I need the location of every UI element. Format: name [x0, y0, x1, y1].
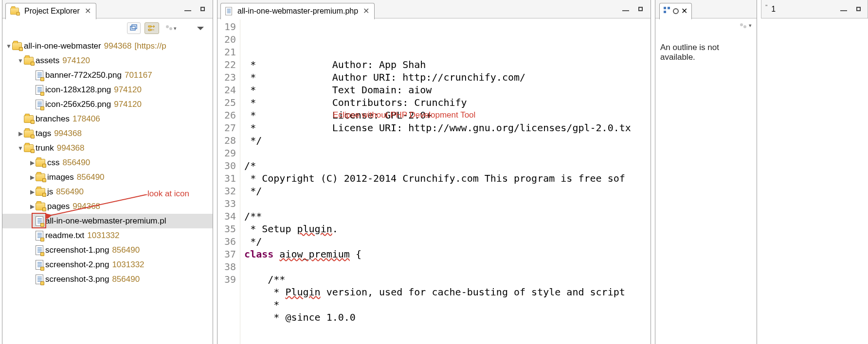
maximize-icon[interactable] [635, 5, 646, 14]
tool-icon[interactable] [739, 22, 748, 32]
annotation-text: Eclipse without PHP Development Tool [333, 109, 475, 121]
expand-icon[interactable] [5, 39, 12, 53]
expand-icon[interactable] [29, 170, 36, 185]
folder-icon [24, 130, 34, 138]
file-icon [36, 260, 43, 270]
tree-rev: 1031332 [112, 258, 144, 272]
tree-label: tags [36, 126, 51, 141]
file-icon [36, 275, 43, 284]
tree-rev: 856490 [56, 185, 84, 199]
quote-icon: ” [765, 3, 767, 11]
expand-icon[interactable] [29, 155, 36, 170]
tree-row-tags[interactable]: tags994368 [2, 126, 213, 141]
editor-tabbar: all-in-one-webmaster-premium.php ✕ [217, 0, 651, 18]
tree-row-project[interactable]: all-in-one-webmaster 994368 [https://p [2, 39, 213, 53]
folder-icon [24, 144, 34, 152]
outline-message: An outline is not available. [655, 36, 757, 69]
tree-row-file[interactable]: screenshot-1.png856490 [2, 243, 213, 258]
view-menu-icon[interactable] [195, 24, 206, 33]
tree-row-file[interactable]: banner-772x250.png701167 [2, 68, 213, 83]
file-icon [225, 7, 232, 15]
folder-icon [10, 7, 19, 14]
close-icon[interactable]: ✕ [681, 6, 687, 16]
svg-rect-7 [664, 11, 666, 13]
close-icon[interactable]: ✕ [363, 6, 369, 16]
minimize-icon[interactable] [182, 5, 193, 14]
tab-label: Project Explorer [24, 7, 80, 16]
tree-row-file[interactable]: icon-128x128.png974120 [2, 83, 213, 97]
tree-rev: 974120 [114, 97, 142, 112]
tree-row-file[interactable]: readme.txt1031332 [2, 228, 213, 243]
tree-label: screenshot-2.png [45, 258, 109, 272]
project-explorer-panel: Project Explorer ✕ ▾ all-in-one-webmaste… [2, 0, 213, 344]
tree-rev: 994368 [54, 126, 82, 141]
tree-label: branches [36, 112, 70, 126]
collapse-all-button[interactable] [127, 22, 141, 34]
tree-rev: 856490 [63, 155, 90, 170]
svg-point-8 [740, 23, 743, 26]
folder-icon [24, 115, 34, 123]
tab-label: all-in-one-webmaster-premium.php [237, 7, 358, 16]
file-icon [36, 70, 43, 80]
tree-rev: 856490 [77, 170, 105, 185]
project-explorer-tab[interactable]: Project Explorer ✕ [5, 3, 96, 19]
code-area[interactable]: Eclipse without PHP Development Tool * A… [240, 18, 651, 344]
tree-rev: 994368 [72, 199, 100, 214]
right-strip: ” 1 [761, 0, 868, 344]
maximize-icon[interactable] [197, 5, 208, 14]
editor-tab[interactable]: all-in-one-webmaster-premium.php ✕ [220, 3, 375, 19]
file-icon [36, 100, 43, 109]
link-editor-button[interactable] [145, 22, 159, 34]
tree-row-file-selected[interactable]: all-in-one-webmaster-premium.pl [2, 214, 213, 228]
editor-body[interactable]: 1920212223242526272829303132333435363738… [217, 18, 651, 344]
svg-rect-0 [130, 26, 135, 30]
tree-rev: 974120 [114, 83, 142, 97]
explorer-tabbar: Project Explorer ✕ [2, 0, 213, 18]
tree-row-branches[interactable]: branches178406 [2, 112, 213, 126]
close-icon[interactable]: ✕ [85, 6, 91, 16]
svg-point-9 [743, 25, 746, 28]
outline-toolbar: ▾ [655, 18, 757, 36]
expand-icon[interactable] [17, 53, 24, 68]
minimize-icon[interactable] [620, 5, 631, 14]
tree-row-file[interactable]: screenshot-3.png856490 [2, 272, 213, 287]
svg-rect-6 [668, 7, 670, 9]
explorer-toolbar: ▾ [2, 18, 213, 38]
tree-row-assets[interactable]: assets 974120 [2, 53, 213, 68]
maximize-icon[interactable] [853, 5, 864, 14]
tree-label: pages [47, 199, 70, 214]
tree-label: screenshot-3.png [45, 272, 109, 287]
tree-row-trunk[interactable]: trunk994368 [2, 141, 213, 155]
folder-icon [36, 159, 45, 167]
file-icon [36, 216, 43, 226]
tree-row-folder[interactable]: images856490 [2, 170, 213, 185]
expand-icon[interactable] [29, 185, 36, 199]
svg-point-3 [169, 27, 172, 30]
tree-label: banner-772x250.png [45, 68, 122, 83]
tree-row-folder[interactable]: js856490 [2, 185, 213, 199]
tree-label: trunk [36, 141, 54, 155]
tree-row-file[interactable]: screenshot-2.png1031332 [2, 258, 213, 272]
outline-tabbar: ✕ [655, 0, 757, 18]
minimize-icon[interactable] [838, 5, 849, 14]
tree-rev: 856490 [112, 272, 140, 287]
outline-tab[interactable]: ✕ [659, 3, 692, 19]
right-strip-label[interactable]: 1 [771, 5, 776, 14]
tool-icon[interactable]: ▾ [163, 23, 179, 34]
tree-row-file[interactable]: icon-256x256.png974120 [2, 97, 213, 112]
file-icon [36, 231, 43, 241]
line-number-gutter: 1920212223242526272829303132333435363738… [217, 18, 240, 344]
expand-icon[interactable] [17, 126, 24, 141]
tree-row-folder[interactable]: pages994368 [2, 199, 213, 214]
file-icon [36, 85, 43, 95]
folder-icon [36, 188, 45, 196]
tree-row-folder[interactable]: css856490 [2, 155, 213, 170]
file-icon [36, 245, 43, 255]
tree-label: images [47, 170, 74, 185]
chevron-down-icon[interactable]: ▾ [749, 22, 752, 32]
right-strip-tabbar: ” 1 [761, 0, 868, 18]
expand-icon[interactable] [17, 141, 24, 155]
tree-label: js [47, 185, 53, 199]
expand-icon[interactable] [29, 199, 36, 214]
project-tree: all-in-one-webmaster 994368 [https://p a… [2, 38, 213, 344]
